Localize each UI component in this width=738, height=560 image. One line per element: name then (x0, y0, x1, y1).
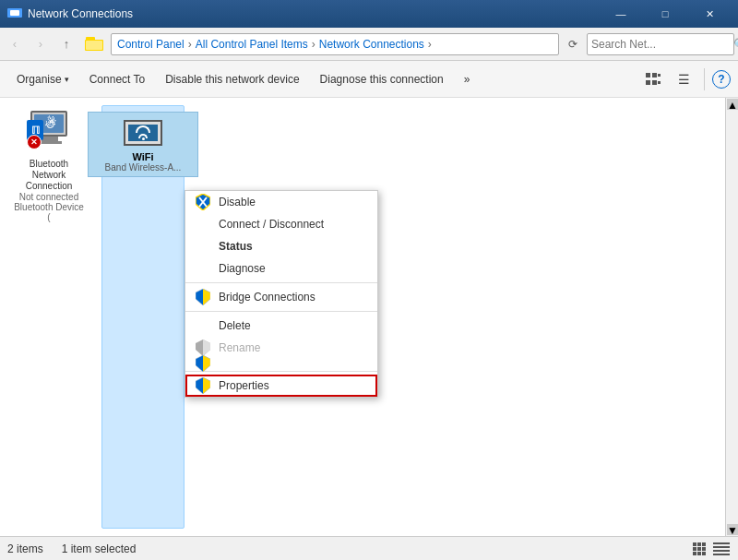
svg-rect-29 (693, 547, 696, 551)
folder-icon (81, 33, 107, 55)
svg-rect-38 (713, 554, 730, 555)
breadcrumb-all-items[interactable]: All Control Panel Items (196, 38, 308, 51)
bluetooth-item-type: Bluetooth Device ( (13, 202, 85, 222)
status-view-controls (692, 540, 731, 558)
address-bar: ‹ › ↑ Control Panel › All Control Panel … (0, 28, 738, 61)
wifi-network-item[interactable]: WiFi Band Wireless-A... (101, 105, 184, 529)
svg-rect-37 (713, 550, 730, 552)
context-menu: Disable Connect / Disconnect Status Diag… (184, 190, 378, 398)
ctx-bridge-connections[interactable]: Bridge Connections (185, 286, 377, 308)
svg-rect-9 (652, 80, 657, 85)
ctx-rename[interactable] (185, 359, 377, 368)
window-controls: — □ ✕ (600, 0, 731, 28)
detail-view-button[interactable] (712, 540, 731, 558)
bluetooth-item-status: Not connected (19, 192, 79, 202)
view-toggle-button[interactable]: ☰ (671, 66, 696, 92)
svg-rect-6 (652, 73, 657, 77)
forward-button[interactable]: › (30, 33, 52, 55)
shield-properties-icon (195, 377, 211, 394)
disable-network-button[interactable]: Disable this network device (156, 65, 308, 94)
list-view-button[interactable] (692, 540, 710, 558)
scroll-down-arrow[interactable]: ▼ (727, 524, 738, 535)
more-options-button[interactable]: » (455, 65, 480, 94)
help-button[interactable]: ? (712, 70, 731, 89)
close-button[interactable]: ✕ (688, 0, 731, 28)
wifi-item-name: WiFi (132, 151, 153, 162)
main-content: ☃ ℿ ✕ Bluetooth Network Connection Not c… (0, 98, 738, 536)
svg-marker-24 (203, 377, 210, 394)
ctx-diagnose[interactable]: Diagnose (185, 257, 377, 280)
right-scrollbar[interactable]: ▲ ▼ (725, 98, 738, 536)
shield-rename-icon (195, 355, 211, 372)
organise-button[interactable]: Organise ▾ (7, 65, 78, 94)
ctx-connect-disconnect[interactable]: Connect / Disconnect (185, 213, 377, 235)
svg-marker-21 (203, 355, 210, 372)
change-view-button[interactable] (641, 66, 667, 92)
svg-rect-5 (646, 73, 650, 77)
svg-rect-8 (646, 80, 650, 85)
scroll-up-arrow[interactable]: ▲ (727, 99, 738, 110)
shield-delete-icon (195, 340, 211, 356)
ctx-sep-3 (185, 371, 377, 372)
svg-rect-4 (86, 41, 102, 50)
svg-rect-34 (702, 552, 706, 555)
svg-rect-32 (693, 552, 696, 555)
svg-rect-3 (86, 37, 95, 41)
breadcrumb-control-panel[interactable]: Control Panel (117, 38, 184, 51)
status-bar: 2 items 1 item selected (0, 536, 738, 560)
svg-rect-28 (702, 542, 706, 546)
refresh-button[interactable]: ⟳ (563, 34, 583, 54)
svg-rect-33 (697, 552, 701, 555)
bluetooth-icon-container: ☃ ℿ ✕ (27, 111, 71, 155)
svg-rect-1 (10, 10, 19, 16)
toolbar-right: ☰ ? (641, 66, 731, 92)
bluetooth-item-name: Bluetooth Network Connection (13, 159, 85, 192)
ctx-disable[interactable]: Disable (185, 191, 377, 213)
svg-marker-19 (203, 340, 210, 356)
up-button[interactable]: ↑ (55, 33, 77, 55)
svg-rect-27 (697, 542, 701, 546)
ctx-status[interactable]: Status (185, 235, 377, 257)
svg-rect-35 (713, 542, 730, 544)
ctx-delete: Rename (185, 337, 377, 359)
title-bar: Network Connections — □ ✕ (0, 0, 738, 28)
app-icon (7, 6, 22, 21)
bluetooth-network-item[interactable]: ☃ ℿ ✕ Bluetooth Network Connection Not c… (7, 105, 90, 529)
search-input[interactable] (588, 38, 733, 51)
search-icon[interactable]: 🔍 (733, 33, 738, 55)
wifi-icon (123, 116, 163, 149)
svg-rect-30 (697, 547, 701, 551)
connect-to-button[interactable]: Connect To (80, 65, 155, 94)
selected-count: 1 item selected (62, 542, 137, 555)
item-count: 2 items (7, 542, 43, 555)
svg-rect-10 (658, 81, 661, 84)
breadcrumb-network-connections[interactable]: Network Connections (319, 38, 424, 51)
ctx-properties[interactable]: Properties (185, 375, 377, 397)
breadcrumb: Control Panel › All Control Panel Items … (111, 33, 559, 55)
wifi-item-details: Band Wireless-A... (105, 162, 182, 173)
shield-disable-icon (195, 194, 211, 210)
shield-bridge-icon (195, 289, 211, 305)
svg-rect-26 (693, 542, 696, 546)
svg-rect-31 (702, 547, 706, 551)
ctx-sep-1 (185, 282, 377, 283)
ctx-create-shortcut[interactable]: Delete (185, 315, 377, 337)
svg-marker-16 (203, 289, 210, 305)
window-title: Network Connections (28, 7, 600, 20)
maximize-button[interactable]: □ (644, 0, 686, 28)
toolbar-separator (704, 68, 705, 90)
search-box: 🔍 (587, 33, 734, 55)
svg-rect-36 (713, 546, 730, 548)
ctx-sep-2 (185, 311, 377, 312)
back-button[interactable]: ‹ (4, 33, 26, 55)
toolbar: Organise ▾ Connect To Disable this netwo… (0, 61, 738, 98)
diagnose-button[interactable]: Diagnose this connection (311, 65, 453, 94)
minimize-button[interactable]: — (600, 0, 642, 28)
svg-rect-7 (658, 74, 661, 77)
